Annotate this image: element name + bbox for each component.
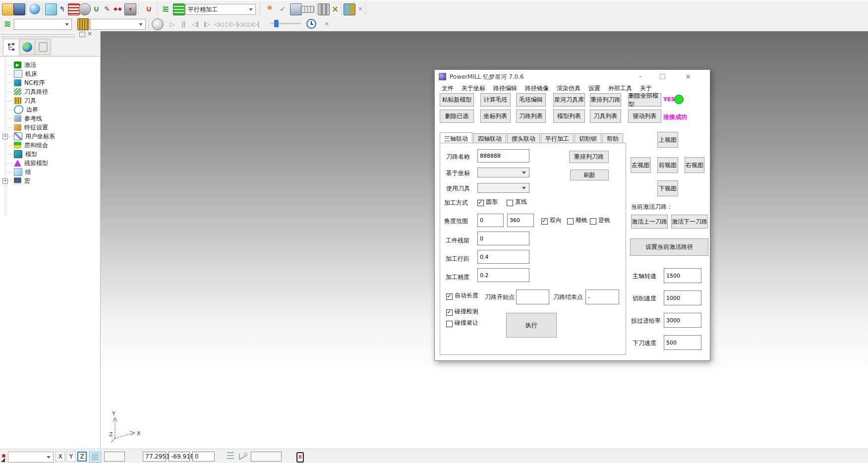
toolpath-return-icon[interactable]: ↰ bbox=[57, 3, 67, 14]
ruler-icon[interactable] bbox=[300, 6, 314, 13]
coord-z-field[interactable]: 0 bbox=[192, 452, 215, 462]
coord-x-field[interactable]: 77.2951 bbox=[143, 452, 166, 462]
tab-parallel[interactable]: 平行加工 bbox=[541, 133, 574, 143]
tree-item-macros[interactable]: 宏 bbox=[7, 176, 30, 185]
tool-library-button[interactable]: 星河刀具库 bbox=[553, 93, 585, 107]
toolpath-name-input[interactable] bbox=[477, 149, 529, 163]
device-pause-icon[interactable]: II bbox=[296, 452, 304, 463]
angle-from-input[interactable] bbox=[477, 214, 504, 227]
toolbar2-close-button[interactable]: × bbox=[321, 18, 332, 29]
sim-tool-combo[interactable] bbox=[90, 19, 146, 30]
view-right-button[interactable]: 右视图 bbox=[685, 157, 704, 173]
tree-item-patterns[interactable]: 参考线 bbox=[7, 114, 42, 123]
tree-item-toolpaths[interactable]: 刀具路径 bbox=[7, 87, 48, 96]
tree-item-stock-models[interactable]: 残留模型 bbox=[7, 159, 48, 168]
rearrange-button[interactable]: 重排列刀路 bbox=[569, 151, 609, 163]
ball-tool-icon[interactable] bbox=[79, 3, 91, 15]
verify-tool-icon[interactable]: ✓ bbox=[277, 3, 288, 14]
execute-button[interactable]: 执行 bbox=[506, 313, 557, 338]
plunge-speed-input[interactable] bbox=[664, 335, 701, 350]
coord-list-button[interactable]: 坐标列表 bbox=[480, 110, 511, 123]
rearrange-toolpaths-button[interactable]: 重排列刀路 bbox=[590, 93, 621, 107]
lock-z-button[interactable]: Z bbox=[77, 452, 87, 462]
stock-remain-input[interactable] bbox=[477, 232, 529, 245]
menu-settings[interactable]: 设置 bbox=[584, 83, 604, 94]
tab-explorer-tree[interactable] bbox=[3, 39, 19, 55]
toolpath-list-button[interactable]: 刀路列表 bbox=[516, 110, 546, 123]
nc-lines-icon[interactable] bbox=[68, 3, 80, 15]
tab-explorer-trash[interactable] bbox=[35, 39, 51, 55]
bidirectional-checkbox[interactable]: 双向 bbox=[541, 216, 562, 225]
delete-tool-icon[interactable]: ▾ bbox=[124, 3, 136, 15]
tree-item-levels[interactable]: 层和组合 bbox=[7, 141, 48, 150]
stock-edit-button[interactable]: 毛坯编辑 bbox=[516, 93, 546, 107]
menu-path-mirror[interactable]: 路径镜像 bbox=[521, 83, 553, 94]
view-left-button[interactable]: 左视图 bbox=[631, 157, 651, 173]
view-bottom-button[interactable]: 下视图 bbox=[657, 180, 678, 196]
delete-selected-button[interactable]: 删除已选 bbox=[440, 110, 474, 123]
panel-close-icon[interactable]: × bbox=[87, 30, 92, 37]
toolpath-spring-icon-2[interactable]: ≋ bbox=[2, 18, 13, 29]
auto-length-checkbox[interactable]: 自动长度 bbox=[446, 291, 478, 300]
spark-tool-icon[interactable]: * bbox=[264, 3, 275, 14]
close-button[interactable]: × bbox=[679, 70, 697, 83]
minimize-button[interactable]: – bbox=[631, 70, 650, 83]
tab-explorer-globe[interactable] bbox=[19, 39, 35, 55]
tree-item-nc-program[interactable]: NC程序 bbox=[7, 78, 45, 87]
view-front-button[interactable]: 前视图 bbox=[657, 157, 678, 173]
xyz-list-icon[interactable] bbox=[227, 452, 234, 460]
tab-saw[interactable]: 切割锯 bbox=[575, 133, 601, 143]
tool-list-button[interactable]: 刀具列表 bbox=[590, 110, 621, 123]
expand-macros-icon[interactable]: + bbox=[2, 178, 8, 184]
activate-next-button[interactable]: 激活下一刀路 bbox=[671, 215, 708, 229]
toolbar-close-button[interactable]: × bbox=[355, 3, 366, 14]
bulb-icon[interactable] bbox=[152, 18, 164, 30]
skim-feed-input[interactable] bbox=[664, 313, 701, 328]
slider-handle[interactable] bbox=[274, 20, 279, 27]
menu-file[interactable]: 文件 bbox=[438, 83, 458, 94]
paste-new-model-button[interactable]: 粘贴新模型 bbox=[440, 93, 474, 107]
clock-icon[interactable] bbox=[306, 19, 316, 29]
step-back-icon[interactable]: ◁| bbox=[190, 18, 201, 29]
lock-x-button[interactable]: X bbox=[56, 452, 65, 462]
menu-render-sim[interactable]: 渲染仿真 bbox=[553, 83, 584, 94]
end-point-input[interactable] bbox=[585, 289, 619, 304]
measure-field[interactable] bbox=[251, 452, 282, 462]
tab-3axis[interactable]: 三轴联动 bbox=[440, 132, 472, 142]
points-pattern-icon[interactable]: ◆◆ bbox=[113, 3, 123, 14]
sim-toolpath-combo[interactable] bbox=[14, 19, 72, 30]
calc-stock-button[interactable]: 计算毛坯 bbox=[480, 93, 511, 107]
tab-head[interactable]: 摆头联动 bbox=[507, 133, 540, 143]
u-channel-icon[interactable]: ∪ bbox=[91, 3, 102, 14]
mode-circle-checkbox[interactable]: 圆形 bbox=[477, 198, 498, 206]
refresh-button[interactable]: 刷新 bbox=[570, 170, 609, 180]
fast-forward-icon[interactable]: ▷▷ bbox=[225, 18, 235, 29]
grid-snap-button[interactable] bbox=[89, 452, 101, 463]
rewind-icon[interactable]: ◁◁ bbox=[213, 18, 224, 29]
open-file-icon[interactable] bbox=[2, 3, 14, 15]
machining-strategy-combo[interactable]: 平行精加工 bbox=[185, 4, 256, 15]
drive-list-button[interactable]: 驱动列表 bbox=[628, 110, 661, 123]
tree-item-workplanes[interactable]: 用户坐标系 bbox=[7, 132, 55, 141]
collision-check-checkbox[interactable]: 碰撞检测 bbox=[446, 307, 478, 316]
lock-y-button[interactable]: Y bbox=[66, 452, 76, 462]
skip-end-icon[interactable]: ▷▷| bbox=[248, 18, 259, 29]
tree-item-models[interactable]: 模型 bbox=[7, 150, 37, 159]
step-forward-icon[interactable]: |▷ bbox=[201, 18, 212, 29]
tolerance-input[interactable] bbox=[477, 268, 529, 282]
based-coord-combo[interactable] bbox=[477, 168, 529, 177]
resize-grip-icon[interactable] bbox=[1, 458, 5, 462]
tree-item-feature-sets[interactable]: 特征设置 bbox=[7, 123, 48, 132]
stepover-input[interactable] bbox=[477, 250, 529, 264]
activate-prev-button[interactable]: 激活上一刀路 bbox=[631, 215, 668, 229]
grid-size-field[interactable] bbox=[104, 452, 125, 462]
conventional-mill-checkbox[interactable]: 逆铣 bbox=[590, 216, 610, 225]
expand-workplanes-icon[interactable]: + bbox=[2, 134, 8, 139]
angle-to-input[interactable] bbox=[507, 214, 534, 227]
workplane-combo[interactable] bbox=[8, 452, 54, 463]
tree-item-activate[interactable]: ▶激活 bbox=[7, 60, 36, 69]
collision-avoid-checkbox[interactable]: 碰撞避让 bbox=[446, 319, 478, 327]
coord-y-field[interactable]: -69.918 bbox=[169, 452, 190, 462]
tab-help[interactable]: 帮助 bbox=[602, 133, 623, 143]
cross-arrows-icon[interactable]: × bbox=[330, 3, 341, 14]
